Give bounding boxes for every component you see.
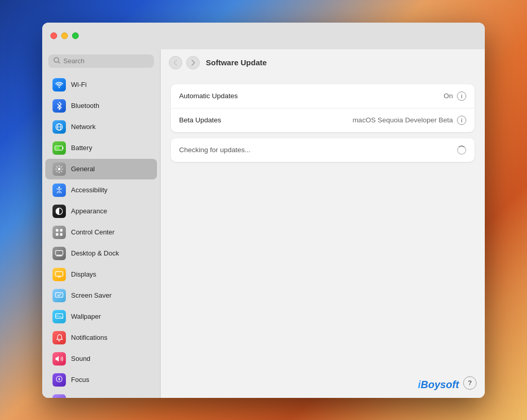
bluetooth-icon [52,99,66,113]
svg-rect-7 [63,147,64,149]
title-bar [42,23,485,49]
wallpaper-icon [52,310,66,323]
sidebar-item-notifications[interactable]: Notifications [45,327,157,348]
checking-label: Checking for updates... [179,146,457,154]
svg-rect-18 [56,293,63,297]
sidebar-item-displays[interactable]: Displays [45,264,157,285]
svg-rect-12 [60,229,63,231]
desktop-dock-icon [52,247,66,260]
sidebar-item-wallpaper[interactable]: Wallpaper [45,306,157,327]
sidebar-item-bluetooth[interactable]: Bluetooth [45,96,157,116]
sidebar-item-focus[interactable]: Focus [45,370,157,390]
search-bar[interactable] [48,54,154,68]
window-body: Wi-FiBluetoothNetworkBatteryGeneralAcces… [42,49,485,398]
bluetooth-label: Bluetooth [71,102,99,109]
forward-button[interactable] [186,56,200,69]
screen-time-label: Screen Time [71,397,109,398]
loading-spinner [457,145,466,155]
svg-rect-11 [56,229,59,231]
sidebar-item-network[interactable]: Network [45,117,157,137]
nav-header: Software Update [161,49,485,76]
sidebar-item-screen-time[interactable]: Screen Time [45,391,157,398]
content-area: Automatic UpdatesOniBeta UpdatesmacOS Se… [161,76,485,398]
info-button-0[interactable]: i [457,92,466,101]
main-content: Software Update Automatic UpdatesOniBeta… [161,49,485,398]
screen-saver-icon [52,289,66,302]
notifications-icon [52,331,66,344]
update-info-card: Automatic UpdatesOniBeta UpdatesmacOS Se… [171,84,475,132]
update-row-label-1: Beta Updates [179,116,353,124]
watermark: iBoysoft [418,379,459,391]
sidebar-item-appearance[interactable]: Appearance [45,201,157,222]
settings-window: Wi-FiBluetoothNetworkBatteryGeneralAcces… [42,23,485,398]
sidebar-item-general[interactable]: General [45,159,157,179]
general-icon [52,162,66,176]
displays-label: Displays [71,270,96,278]
svg-rect-16 [56,255,62,257]
accessibility-icon [52,184,66,197]
minimize-button[interactable] [61,32,68,39]
update-row-1[interactable]: Beta UpdatesmacOS Sequoia Developer Beta… [171,108,475,132]
update-row-0[interactable]: Automatic UpdatesOni [171,84,475,108]
battery-label: Battery [71,144,92,152]
svg-rect-17 [56,271,63,276]
sidebar: Wi-FiBluetoothNetworkBatteryGeneralAcces… [42,49,161,398]
sidebar-item-desktop-dock[interactable]: Desktop & Dock [45,243,157,264]
svg-rect-14 [60,233,63,235]
help-button[interactable]: ? [463,376,477,390]
checking-card: Checking for updates... [171,138,475,162]
wifi-icon [52,78,66,92]
sound-icon [52,352,66,366]
sound-label: Sound [71,355,91,362]
focus-label: Focus [71,376,89,384]
sidebar-item-sound[interactable]: Sound [45,349,157,369]
back-button[interactable] [169,56,182,69]
notifications-label: Notifications [71,334,108,341]
control-center-icon [52,226,66,239]
network-label: Network [71,123,96,131]
sidebar-item-battery[interactable]: Battery [45,138,157,158]
svg-point-8 [58,168,61,170]
page-title: Software Update [206,58,267,67]
info-button-1[interactable]: i [457,116,466,125]
svg-rect-6 [56,147,59,150]
svg-rect-15 [56,250,63,255]
search-icon [54,57,60,65]
svg-line-1 [58,62,60,63]
svg-point-9 [58,186,60,188]
update-row-label-0: Automatic Updates [179,92,444,100]
appearance-icon [52,205,66,218]
sidebar-item-wifi[interactable]: Wi-Fi [45,75,157,95]
focus-icon [52,373,66,387]
general-label: General [71,165,95,173]
close-button[interactable] [50,32,57,39]
sidebar-item-accessibility[interactable]: Accessibility [45,180,157,200]
sidebar-scroll: Wi-FiBluetoothNetworkBatteryGeneralAcces… [42,72,160,398]
sidebar-item-screen-saver[interactable]: Screen Saver [45,285,157,306]
displays-icon [52,268,66,281]
wifi-label: Wi-Fi [71,81,86,88]
watermark-suffix: Boysoft [421,379,459,390]
update-row-value-0: On [444,92,453,100]
appearance-label: Appearance [71,207,107,215]
desktop-dock-label: Desktop & Dock [71,249,119,257]
watermark-prefix: i [418,379,421,390]
svg-rect-13 [56,233,59,235]
maximize-button[interactable] [72,32,79,39]
update-row-value-1: macOS Sequoia Developer Beta [353,116,453,124]
search-input[interactable] [63,57,149,65]
network-icon [52,120,66,134]
sidebar-item-control-center[interactable]: Control Center [45,222,157,243]
screen-time-icon [52,394,66,398]
screen-saver-label: Screen Saver [71,291,112,299]
battery-icon [52,141,66,155]
wallpaper-label: Wallpaper [71,313,101,320]
control-center-label: Control Center [71,228,115,236]
accessibility-label: Accessibility [71,186,108,194]
